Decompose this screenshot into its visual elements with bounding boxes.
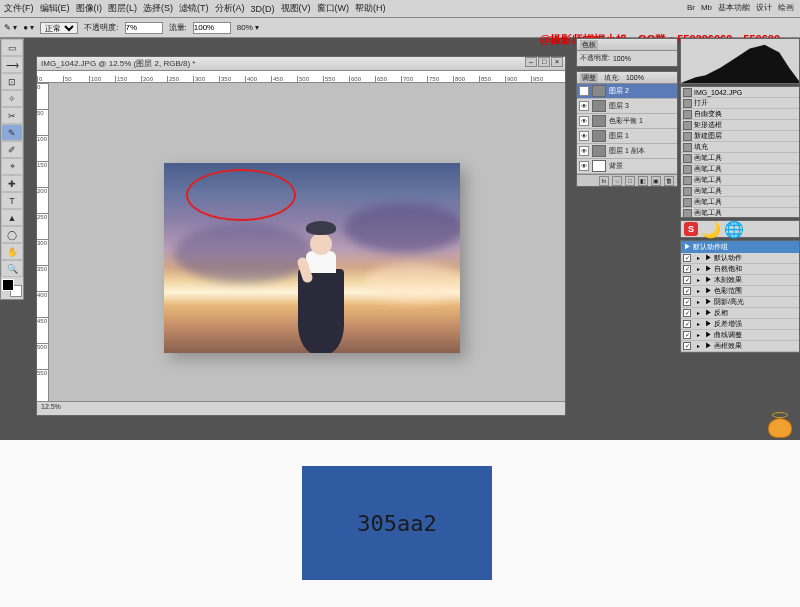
layer-row[interactable]: 👁图层 1 [577, 129, 677, 144]
action-item[interactable]: ✓▸▶ 阴影/高光 [681, 297, 799, 308]
action-item[interactable]: ✓▸▶ 色彩范围 [681, 286, 799, 297]
flow-input[interactable] [193, 22, 231, 34]
menu-help[interactable]: 帮助(H) [355, 2, 386, 15]
photo-image [164, 163, 460, 353]
brush-preset-icon[interactable]: ● ▾ [23, 23, 34, 32]
pencil-tool[interactable]: ✐ [1, 141, 23, 158]
color-swatch[interactable] [2, 279, 22, 297]
opacity-input[interactable] [125, 22, 163, 34]
hand-tool[interactable]: ✋ [1, 243, 23, 260]
menu-filter[interactable]: 滤镜(T) [179, 2, 209, 15]
tool-preset-icon[interactable]: ✎ ▾ [4, 23, 17, 32]
color-hex-code: 305aa2 [357, 511, 436, 536]
workspace-more[interactable]: 绘画 [778, 2, 794, 13]
action-item[interactable]: ✓▸▶ 自然饱和 [681, 264, 799, 275]
swatches-tab[interactable]: 色板 [580, 40, 598, 50]
layer-row[interactable]: 👁图层 3 [577, 99, 677, 114]
visibility-icon[interactable]: 👁 [579, 86, 589, 96]
history-item[interactable]: 新建图层 [681, 131, 799, 142]
visibility-icon[interactable]: 👁 [579, 161, 589, 171]
new-layer-icon[interactable]: ▣ [651, 176, 661, 186]
document-title: IMG_1042.JPG @ 12.5% (图层 2, RGB/8) * [37, 57, 565, 71]
actions-header[interactable]: ▶ 默认动作组 [681, 241, 799, 253]
history-panel: IMG_1042.JPG 打开 自由变换 矩形选框 新建图层 填充 画笔工具 画… [680, 86, 800, 218]
action-item[interactable]: ✓▸▶ 反相 [681, 308, 799, 319]
heal-tool[interactable]: ✚ [1, 175, 23, 192]
win-min-icon[interactable]: – [525, 57, 537, 67]
workspace-essentials[interactable]: 基本功能 [718, 2, 750, 13]
color-sample-swatch: 305aa2 [302, 466, 492, 580]
crop-tool[interactable]: ✂ [1, 107, 23, 124]
type-tool[interactable]: T [1, 192, 23, 209]
fx-icon[interactable]: fx [599, 176, 609, 186]
menu-select[interactable]: 选择(S) [143, 2, 173, 15]
fg-color[interactable] [2, 279, 14, 291]
menu-analysis[interactable]: 分析(A) [215, 2, 245, 15]
visibility-icon[interactable]: 👁 [579, 116, 589, 126]
group-icon[interactable]: ◧ [638, 176, 648, 186]
pen-tool[interactable]: ▲ [1, 209, 23, 226]
ruler-vertical: 050100150200250300350400450500550 [37, 83, 49, 401]
move-tool[interactable]: ▭ [1, 39, 23, 56]
eyedropper-tool[interactable]: ⌖ [1, 158, 23, 175]
wand-tool[interactable]: ✧ [1, 90, 23, 107]
marquee-tool[interactable]: ⟶ [1, 56, 23, 73]
subject-person [292, 221, 348, 353]
menu-layer[interactable]: 图层(L) [108, 2, 137, 15]
sogou-icon[interactable]: S [684, 222, 698, 236]
opacity-label: 不透明度: [84, 22, 118, 33]
adjust-opacity-value[interactable]: 100% [613, 55, 631, 62]
menu-file[interactable]: 文件(F) [4, 2, 34, 15]
menu-view[interactable]: 视图(V) [281, 2, 311, 15]
visibility-icon[interactable]: 👁 [579, 131, 589, 141]
photoshop-window: 文件(F) 编辑(E) 图像(I) 图层(L) 选择(S) 滤镜(T) 分析(A… [0, 0, 800, 440]
history-item[interactable]: 自由变换 [681, 109, 799, 120]
extra-dropdown[interactable]: 80% ▾ [237, 23, 259, 32]
layer-row[interactable]: 👁色彩平衡 1 [577, 114, 677, 129]
action-item[interactable]: ✓▸▶ 曲线调整 [681, 330, 799, 341]
action-item[interactable]: ✓▸▶ 画框效果 [681, 341, 799, 352]
menu-image[interactable]: 图像(I) [76, 2, 103, 15]
win-max-icon[interactable]: □ [538, 57, 550, 67]
history-item[interactable]: 画笔工具 [681, 186, 799, 197]
globe-icon[interactable]: 🌐 [724, 220, 744, 239]
adjustment-icon[interactable]: □ [625, 176, 635, 186]
history-item[interactable]: 画笔工具 [681, 197, 799, 208]
history-source[interactable]: IMG_1042.JPG [681, 87, 799, 98]
brush-tool[interactable]: ✎ [1, 124, 23, 141]
menu-3d[interactable]: 3D(D) [251, 4, 275, 14]
layer-row[interactable]: 👁背景 [577, 159, 677, 174]
menu-edit[interactable]: 编辑(E) [40, 2, 70, 15]
history-item[interactable]: 矩形选框 [681, 120, 799, 131]
history-item[interactable]: 画笔工具 [681, 164, 799, 175]
blend-mode-select[interactable]: 正常 [40, 22, 78, 34]
toolbox: ▭ ⟶ ⊡ ✧ ✂ ✎ ✐ ⌖ ✚ T ▲ ◯ ✋ 🔍 [0, 38, 24, 300]
action-item[interactable]: ✓▸▶ 默认动作 [681, 253, 799, 264]
action-item[interactable]: ✓▸▶ 木刻效果 [681, 275, 799, 286]
bridge-icon[interactable]: Br [687, 3, 695, 12]
history-item[interactable]: 画笔工具 [681, 208, 799, 218]
shape-tool[interactable]: ◯ [1, 226, 23, 243]
mask-icon[interactable]: ○ [612, 176, 622, 186]
minibridge-icon[interactable]: Mb [701, 3, 712, 12]
history-item[interactable]: 打开 [681, 98, 799, 109]
history-item[interactable]: 画笔工具 [681, 153, 799, 164]
layer-row[interactable]: 👁图层 2 [577, 84, 677, 99]
win-close-icon[interactable]: × [551, 57, 563, 67]
trash-icon[interactable]: 🗑 [664, 176, 674, 186]
fill-value[interactable]: 100% [626, 74, 644, 81]
lasso-tool[interactable]: ⊡ [1, 73, 23, 90]
layers-tab[interactable]: 调整 [580, 73, 598, 83]
layer-row[interactable]: 👁图层 1 副本 [577, 144, 677, 159]
menu-window[interactable]: 窗口(W) [317, 2, 350, 15]
zoom-tool[interactable]: 🔍 [1, 260, 23, 277]
canvas[interactable] [49, 83, 553, 401]
visibility-icon[interactable]: 👁 [579, 101, 589, 111]
action-item[interactable]: ✓▸▶ 反差增强 [681, 319, 799, 330]
workspace-design[interactable]: 设计 [756, 2, 772, 13]
history-item[interactable]: 画笔工具 [681, 175, 799, 186]
moon-icon[interactable]: 🌙 [701, 220, 721, 239]
histogram-panel [680, 38, 800, 84]
visibility-icon[interactable]: 👁 [579, 146, 589, 156]
history-item[interactable]: 填充 [681, 142, 799, 153]
